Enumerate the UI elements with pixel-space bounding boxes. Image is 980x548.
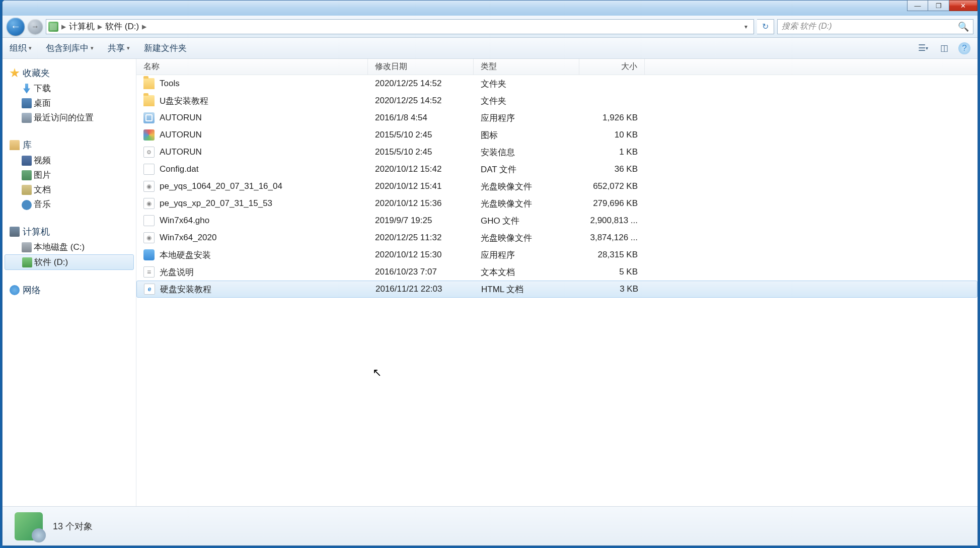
status-bar: 13 个对象: [3, 506, 977, 545]
file-row[interactable]: 本地硬盘安装2020/10/12 15:30应用程序28,315 KB: [136, 246, 977, 263]
sidebar-item-downloads[interactable]: 下载: [3, 81, 136, 96]
search-box[interactable]: 搜索 软件 (D:) 🔍: [777, 19, 973, 34]
file-row[interactable]: AUTORUN2015/5/10 2:45安装信息1 KB: [136, 144, 977, 161]
file-type: 光盘映像文件: [474, 198, 579, 210]
close-button[interactable]: ✕: [949, 0, 977, 11]
sidebar-item-recent[interactable]: 最近访问的位置: [3, 110, 136, 125]
computer-icon: [10, 227, 20, 237]
file-size: 10 KB: [579, 130, 645, 140]
preview-pane-button[interactable]: ◫: [937, 42, 951, 55]
disk-icon: [22, 242, 32, 252]
file-name: pe_yqs_xp_20_07_31_15_53: [160, 198, 272, 209]
file-row[interactable]: AUTORUN2015/5/10 2:45图标10 KB: [136, 126, 977, 144]
file-row[interactable]: Tools2020/12/25 14:52文件夹: [136, 75, 977, 92]
file-name: Tools: [160, 79, 180, 89]
file-icon: [143, 181, 155, 192]
view-mode-button[interactable]: ☰ ▾: [916, 42, 930, 55]
file-size: 36 KB: [579, 164, 645, 174]
file-row[interactable]: Config.dat2020/10/12 15:42DAT 文件36 KB: [136, 161, 977, 178]
file-date: 2020/10/12 15:30: [368, 250, 474, 260]
file-row[interactable]: pe_yqs_xp_20_07_31_15_532020/10/12 15:36…: [136, 195, 977, 212]
sidebar-item-pictures[interactable]: 图片: [3, 168, 136, 182]
breadcrumb-drive[interactable]: 软件 (D:): [102, 21, 142, 32]
breadcrumb-sep-icon: ▶: [61, 23, 66, 30]
file-name: 光盘说明: [160, 266, 194, 278]
file-row[interactable]: Win7x64.gho2019/9/7 19:25GHO 文件2,900,813…: [136, 212, 977, 229]
back-button[interactable]: ←: [7, 18, 25, 36]
sidebar-item-local-disk-c[interactable]: 本地磁盘 (C:): [3, 240, 136, 254]
file-date: 2020/12/25 14:52: [368, 96, 474, 106]
file-type: HTML 文档: [474, 284, 580, 295]
file-size: 1 KB: [579, 147, 645, 157]
search-icon: 🔍: [958, 21, 969, 32]
file-row[interactable]: 光盘说明2016/10/23 7:07文本文档5 KB: [136, 263, 977, 281]
file-name: Win7x64_2020: [160, 233, 216, 243]
forward-button[interactable]: →: [28, 19, 43, 34]
refresh-button[interactable]: ↻: [757, 19, 774, 34]
sidebar-item-desktop[interactable]: 桌面: [3, 96, 136, 110]
network-icon: [10, 285, 20, 295]
column-size[interactable]: 大小: [579, 59, 645, 75]
file-date: 2016/11/21 22:03: [368, 284, 474, 294]
file-icon: [143, 266, 155, 278]
file-type: 光盘映像文件: [474, 181, 579, 192]
file-icon: [143, 112, 155, 123]
breadcrumb-computer[interactable]: 计算机: [66, 21, 98, 32]
new-folder-button[interactable]: 新建文件夹: [144, 42, 187, 54]
sidebar-libraries-header[interactable]: 库: [3, 137, 136, 153]
file-date: 2019/9/7 19:25: [368, 216, 474, 226]
file-size: 279,696 KB: [579, 198, 645, 209]
column-date[interactable]: 修改日期: [368, 59, 474, 75]
video-icon: [22, 156, 32, 166]
sidebar-computer-header[interactable]: 计算机: [3, 224, 136, 240]
file-date: 2015/5/10 2:45: [368, 130, 474, 140]
include-in-library-button[interactable]: 包含到库中▾: [46, 42, 94, 54]
sidebar-item-software-d[interactable]: 软件 (D:): [5, 254, 134, 270]
file-type: 文件夹: [474, 78, 579, 90]
explorer-window: — ❐ ✕ ← → ▶ 计算机 ▶ 软件 (D:) ▶ ▾ ↻ 搜索 软件 (D…: [2, 0, 978, 546]
star-icon: [10, 68, 20, 78]
minimize-button[interactable]: —: [907, 0, 928, 11]
file-type: 应用程序: [474, 112, 579, 124]
download-icon: [22, 84, 32, 94]
sidebar-network-header[interactable]: 网络: [3, 282, 136, 298]
sidebar-favorites-header[interactable]: 收藏夹: [3, 65, 136, 81]
file-name: AUTORUN: [160, 147, 202, 157]
file-date: 2020/10/12 15:42: [368, 164, 474, 174]
drive-summary-icon: [15, 512, 43, 540]
share-button[interactable]: 共享▾: [108, 42, 130, 54]
file-type: 文本文档: [474, 266, 579, 278]
library-icon: [10, 140, 20, 150]
help-button[interactable]: ?: [958, 42, 970, 54]
file-date: 2016/1/8 4:54: [368, 113, 474, 123]
file-type: 应用程序: [474, 249, 579, 261]
status-text: 13 个对象: [53, 520, 93, 532]
file-name: AUTORUN: [160, 130, 202, 140]
maximize-button[interactable]: ❐: [928, 0, 949, 11]
file-size: 652,072 KB: [579, 181, 645, 191]
file-date: 2016/10/23 7:07: [368, 267, 474, 277]
file-row[interactable]: U盘安装教程2020/12/25 14:52文件夹: [136, 92, 977, 109]
navigation-bar: ← → ▶ 计算机 ▶ 软件 (D:) ▶ ▾ ↻ 搜索 软件 (D:) 🔍: [3, 16, 977, 38]
file-size: 3,874,126 ...: [579, 233, 645, 243]
address-dropdown-icon[interactable]: ▾: [740, 23, 751, 30]
file-row[interactable]: pe_yqs_1064_20_07_31_16_042020/10/12 15:…: [136, 178, 977, 195]
file-name: AUTORUN: [160, 113, 202, 123]
titlebar[interactable]: — ❐ ✕: [3, 1, 977, 16]
sidebar-item-videos[interactable]: 视频: [3, 153, 136, 168]
file-row[interactable]: 硬盘安装教程2016/11/21 22:03HTML 文档3 KB: [136, 281, 977, 298]
file-row[interactable]: AUTORUN2016/1/8 4:54应用程序1,926 KB: [136, 109, 977, 126]
file-icon: [143, 215, 155, 226]
organize-button[interactable]: 组织▾: [10, 42, 32, 54]
address-bar[interactable]: ▶ 计算机 ▶ 软件 (D:) ▶ ▾: [46, 19, 754, 34]
file-row[interactable]: Win7x64_20202020/12/25 11:32光盘映像文件3,874,…: [136, 229, 977, 246]
column-name[interactable]: 名称: [136, 59, 368, 75]
file-icon: [143, 95, 155, 106]
sidebar-item-documents[interactable]: 文档: [3, 182, 136, 197]
file-type: 图标: [474, 129, 579, 141]
file-size: 2,900,813 ...: [579, 216, 645, 226]
column-type[interactable]: 类型: [474, 59, 579, 75]
file-size: 28,315 KB: [579, 250, 645, 260]
file-icon: [143, 232, 155, 243]
sidebar-item-music[interactable]: 音乐: [3, 197, 136, 212]
